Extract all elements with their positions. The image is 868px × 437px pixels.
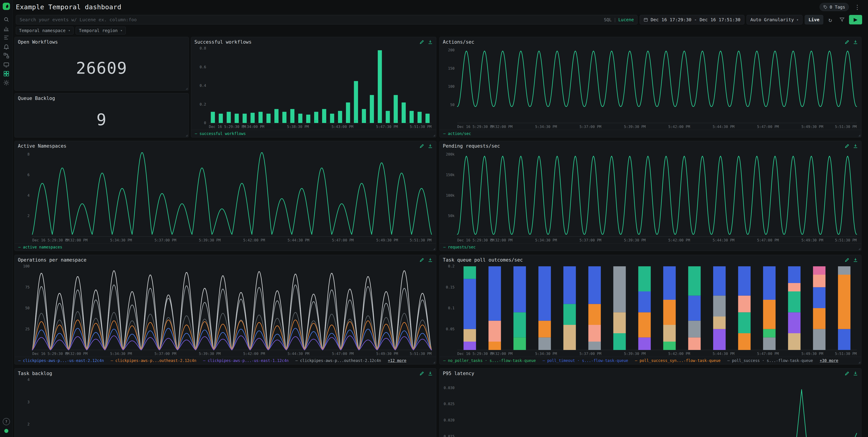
chart-canvas[interactable]: 2468Dec 16 5:29:30 PM5:32:00 PM5:34:30 P… — [16, 150, 435, 243]
sql-language-option[interactable]: SQL — [604, 17, 612, 22]
panel-task-backlog: Task backlog 1234 ◢ — [14, 368, 436, 437]
svg-text:0.8: 0.8 — [199, 46, 206, 51]
edit-chart-icon[interactable] — [844, 257, 850, 262]
sidebar-item-traces[interactable] — [2, 33, 11, 41]
chart-canvas[interactable]: 50100150200Dec 16 5:29:30 PM5:32:00 PM5:… — [440, 46, 860, 130]
resize-handle[interactable]: ◢ — [186, 87, 188, 90]
resize-handle[interactable]: ◢ — [433, 134, 435, 137]
export-chart-icon[interactable] — [853, 39, 858, 44]
filter-temporal-region[interactable]: Temporal region ▾ — [76, 27, 126, 34]
chart-canvas[interactable]: 0.0100.0150.0200.0250.030 — [440, 377, 860, 437]
queue-backlog-value: 9 — [15, 102, 188, 137]
legend-item[interactable]: — clickpipes-aws-p...-us-east-1.12c4n — [203, 358, 289, 363]
resize-handle[interactable]: ◢ — [186, 134, 188, 137]
sidebar-item-sessions[interactable] — [2, 61, 11, 69]
refresh-button[interactable]: ↻ — [826, 15, 835, 24]
edit-chart-icon[interactable] — [844, 39, 850, 44]
export-chart-icon[interactable] — [853, 143, 858, 149]
sidebar-item-settings[interactable] — [2, 79, 11, 87]
svg-text:200: 200 — [448, 48, 455, 52]
help-button[interactable]: ? — [3, 418, 10, 425]
sidebar-bottom: ? — [3, 418, 10, 435]
chart-legend: — clickpipes-aws-p...-us-east-2.12c4n— c… — [15, 357, 436, 364]
sidebar-item-dashboards[interactable] — [2, 70, 11, 78]
svg-text:5:38:30 PM: 5:38:30 PM — [287, 125, 309, 129]
edit-chart-icon[interactable] — [844, 143, 850, 149]
legend-item[interactable]: — clickpipes-aws-p...-us-east-2.12c4n — [18, 358, 104, 363]
chart-canvas[interactable]: 00.20.40.60.8Dec 16 5:29:30 PM5:34:00 PM… — [192, 46, 435, 130]
legend-item[interactable]: — poll_timeout · s...-flow-task-queue — [542, 358, 628, 363]
app-logo[interactable] — [2, 2, 10, 10]
resize-handle[interactable]: ◢ — [858, 361, 860, 364]
legend-item[interactable]: — poll_success_syn...-flow-task-queue — [635, 358, 721, 363]
lucene-language-option[interactable]: Lucene — [618, 17, 634, 22]
legend-more-link[interactable]: +30 more — [820, 358, 838, 363]
query-language-toggle[interactable]: SQL | Lucene — [604, 17, 634, 22]
svg-text:5:49:30 PM: 5:49:30 PM — [376, 238, 398, 242]
filter-button[interactable] — [837, 15, 847, 24]
sidebar-item-alerts[interactable] — [2, 42, 11, 51]
panel-title: Open Workflows — [18, 39, 58, 45]
granularity-select[interactable]: Auto Granularity ▾ — [747, 15, 802, 24]
time-range-picker[interactable]: Dec 16 17:29:30 - Dec 16 17:51:30 — [640, 15, 744, 24]
granularity-label: Auto Granularity — [750, 17, 794, 22]
more-menu-button[interactable]: ⋮ — [852, 4, 862, 11]
svg-text:5:47:00 PM: 5:47:00 PM — [332, 238, 353, 242]
resize-handle[interactable]: ◢ — [433, 361, 435, 364]
svg-text:Dec 16 5:29:30 PM: Dec 16 5:29:30 PM — [457, 351, 494, 356]
resize-handle[interactable]: ◢ — [858, 247, 860, 250]
resize-handle[interactable]: ◢ — [858, 134, 860, 137]
avatar[interactable] — [4, 429, 8, 433]
svg-text:5:43:00 PM: 5:43:00 PM — [332, 125, 353, 129]
panel-p95-latency: P95 latency 0.0100.0150.0200.0250.030 ◢ — [439, 368, 862, 437]
sidebar-item-service-map[interactable] — [2, 52, 11, 60]
panel-title: Operations per namespace — [18, 257, 86, 263]
chart-area: 0.0100.0150.0200.0250.030 — [440, 377, 860, 437]
svg-text:4: 4 — [27, 193, 30, 197]
page-title: Example Temporal dashboard — [16, 3, 121, 11]
edit-chart-icon[interactable] — [419, 39, 425, 44]
legend-item[interactable]: — poll_success · s...-flow-task-queue — [727, 358, 813, 363]
export-chart-icon[interactable] — [853, 371, 858, 376]
svg-text:5:34:30 PM: 5:34:30 PM — [535, 125, 557, 129]
legend-item[interactable]: — successful workflows — [195, 131, 246, 136]
legend-item[interactable]: — action/sec — [443, 131, 471, 136]
chart-canvas[interactable]: 1234 — [16, 377, 435, 437]
panel-pending-requests: Pending requests/sec 50k100k150k200kDec … — [439, 141, 862, 251]
export-chart-icon[interactable] — [428, 371, 433, 376]
export-chart-icon[interactable] — [428, 39, 433, 44]
chart-canvas[interactable]: 50k100k150k200kDec 16 5:29:30 PM5:32:00 … — [440, 150, 860, 243]
legend-item[interactable]: — active namespaces — [18, 245, 62, 249]
refresh-icon: ↻ — [829, 16, 832, 23]
search-input[interactable] — [16, 15, 638, 24]
export-chart-icon[interactable] — [853, 257, 858, 262]
svg-text:Dec 16 5:29:30 PM: Dec 16 5:29:30 PM — [32, 238, 69, 242]
edit-chart-icon[interactable] — [419, 257, 425, 262]
dashboard-board: Open Workflows 26609 ◢ Queue Backlog 9 ◢… — [13, 34, 868, 437]
tags-button[interactable]: 0 Tags — [819, 3, 849, 11]
chart-canvas[interactable]: 255075100Dec 16 5:29:30 PM5:32:00 PM5:34… — [16, 263, 435, 357]
export-chart-icon[interactable] — [428, 143, 433, 149]
edit-chart-icon[interactable] — [419, 371, 425, 376]
edit-chart-icon[interactable] — [419, 143, 425, 149]
filter-temporal-namespace[interactable]: Temporal namespace ▾ — [16, 27, 73, 34]
live-button[interactable]: Live — [805, 15, 823, 24]
legend-item[interactable]: — no_poller_tasks · s...-flow-task-queue — [443, 358, 536, 363]
chart-canvas[interactable]: 0.050.10.150.2Dec 16 5:29:30 PM5:32:00 P… — [440, 263, 860, 357]
svg-text:25: 25 — [25, 327, 30, 331]
run-query-button[interactable]: ▶ — [849, 15, 862, 24]
svg-text:100: 100 — [23, 264, 30, 268]
sidebar-item-chart-explorer[interactable] — [2, 24, 11, 33]
sidebar-item-search[interactable] — [2, 15, 11, 24]
play-icon: ▶ — [854, 17, 858, 22]
legend-item[interactable]: — clickpipes-aws-p...outheast-2.12c4n — [111, 358, 196, 363]
legend-more-link[interactable]: +12 more — [388, 358, 406, 363]
svg-text:0.015: 0.015 — [444, 434, 455, 437]
export-chart-icon[interactable] — [428, 257, 433, 262]
legend-item[interactable]: — clickpipes-aws-p...outheast-2.12c4n — [296, 358, 381, 363]
legend-item[interactable]: — requests/sec — [443, 245, 475, 249]
svg-text:5:42:00 PM: 5:42:00 PM — [669, 125, 690, 129]
edit-chart-icon[interactable] — [844, 371, 850, 376]
svg-text:5:32:00 PM: 5:32:00 PM — [491, 351, 513, 356]
resize-handle[interactable]: ◢ — [433, 247, 435, 250]
